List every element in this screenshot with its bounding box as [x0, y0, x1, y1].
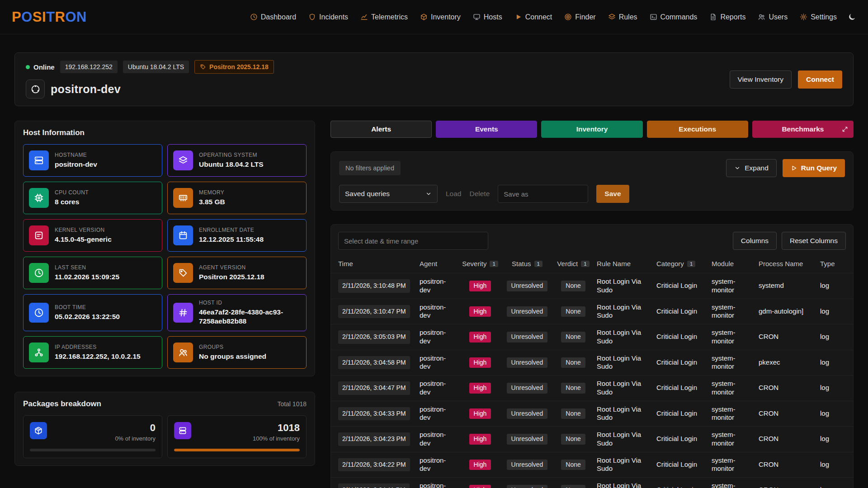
cell-agent: positron-dev	[420, 456, 456, 474]
host-info-value: Positron 2025.12.18	[199, 272, 264, 282]
host-info-item: IP ADDRESSES 192.168.122.252, 10.0.2.15	[23, 336, 162, 369]
no-filters-chip: No filters applied	[339, 161, 401, 175]
logo-letter: N	[76, 9, 87, 25]
tab[interactable]: Executions	[647, 121, 748, 138]
tab[interactable]: Events	[436, 121, 537, 138]
theme-toggle-moon-icon[interactable]	[848, 13, 856, 21]
connect-button[interactable]: Connect	[798, 70, 842, 89]
column-header[interactable]: Verdict 1	[554, 260, 592, 267]
alert-row[interactable]: 2/11/2026, 3:04:23 PM positron-dev High …	[331, 426, 853, 452]
host-info-value: 12.12.2025 11:55:48	[199, 235, 264, 244]
verdict-badge: None	[561, 434, 585, 445]
host-info-label: BOOT TIME	[55, 304, 120, 310]
cell-time: 2/11/2026, 3:04:22 PM	[338, 458, 415, 472]
package-count: 0	[115, 422, 156, 434]
nav-item-icon	[608, 13, 616, 21]
alert-row[interactable]: 2/11/2026, 3:04:11 PM positron-dev High …	[331, 477, 853, 488]
nav-item[interactable]: Commands	[650, 13, 698, 21]
alert-row[interactable]: 2/11/2026, 3:04:47 PM positron-dev High …	[331, 375, 853, 401]
severity-badge: High	[469, 357, 491, 368]
column-header[interactable]: Category 1	[656, 260, 707, 267]
column-header[interactable]: Process Name	[759, 260, 816, 267]
host-info-grid: HOSTNAME positron-dev OPERATING SYSTEM U…	[23, 144, 307, 369]
nav-item[interactable]: Users	[758, 13, 788, 21]
cell-verdict: None	[554, 281, 592, 291]
verdict-badge: None	[561, 306, 585, 317]
cell-category: Criticial Login	[656, 333, 707, 341]
logo-letter: R	[55, 9, 66, 25]
columns-button[interactable]: Columns	[733, 232, 777, 250]
expand-button[interactable]: Expand	[726, 159, 777, 177]
column-header[interactable]: Rule Name	[597, 260, 652, 267]
host-info-icon	[29, 188, 49, 208]
reset-columns-button[interactable]: Reset Columns	[782, 232, 846, 250]
nav-item-icon	[758, 13, 765, 21]
package-icon	[30, 422, 47, 439]
nav-item[interactable]: Reports	[709, 13, 745, 21]
alert-row[interactable]: 2/11/2026, 3:04:22 PM positron-dev High …	[331, 452, 853, 478]
tab[interactable]: Inventory	[541, 121, 642, 138]
column-header[interactable]: Module	[712, 260, 754, 267]
nav-item-label: Telemetrics	[371, 13, 408, 21]
nav-item[interactable]: Telemetrics	[360, 13, 408, 21]
column-header[interactable]: Agent	[420, 260, 456, 267]
cell-rule-name: Root Login Via Sudo	[597, 277, 652, 295]
time-chip: 2/11/2026, 3:04:23 PM	[338, 432, 410, 446]
time-chip: 2/11/2026, 3:04:47 PM	[338, 381, 410, 395]
nav-item-label: Inventory	[431, 13, 461, 21]
nav-item[interactable]: Incidents	[308, 13, 348, 21]
host-info-text: GROUPS No groups assigned	[199, 344, 266, 361]
cell-status: Unresolved	[505, 281, 550, 291]
view-inventory-button[interactable]: View Inventory	[730, 70, 792, 89]
column-header[interactable]: Time	[338, 260, 415, 267]
date-range-input[interactable]	[338, 232, 488, 250]
play-icon	[791, 165, 797, 171]
save-as-input[interactable]	[498, 185, 588, 203]
column-header-label: Category	[656, 260, 684, 267]
alert-row[interactable]: 2/11/2026, 3:04:33 PM positron-dev High …	[331, 401, 853, 427]
run-query-button[interactable]: Run Query	[783, 159, 845, 177]
save-button[interactable]: Save	[596, 185, 629, 203]
package-percent: 100% of inventory	[253, 435, 300, 442]
host-info-value: Ubuntu 18.04.2 LTS	[199, 160, 264, 169]
cell-type: log	[820, 460, 843, 469]
cell-verdict: None	[554, 460, 592, 470]
column-header[interactable]: Severity 1	[460, 260, 500, 267]
host-information-title: Host Information	[23, 128, 307, 137]
nav-items: Dashboard Incidents Telemetrics Inventor…	[250, 13, 837, 21]
nav-item[interactable]: Hosts	[473, 13, 502, 21]
alert-row[interactable]: 2/11/2026, 3:04:58 PM positron-dev High …	[331, 350, 853, 375]
tab[interactable]: Benchmarks	[752, 121, 854, 138]
cell-status: Unresolved	[505, 434, 550, 445]
nav-item[interactable]: Connect	[514, 13, 552, 21]
cell-rule-name: Root Login Via Sudo	[597, 303, 652, 320]
cell-category: Criticial Login	[656, 282, 707, 290]
column-header[interactable]: Status 1	[505, 260, 550, 267]
nav-item[interactable]: Finder	[564, 13, 595, 21]
saved-queries-select[interactable]: Saved queries	[339, 185, 438, 203]
nav-item[interactable]: Settings	[800, 13, 837, 21]
cell-category: Criticial Login	[656, 307, 707, 316]
nav-item[interactable]: Rules	[608, 13, 637, 21]
alert-row[interactable]: 2/11/2026, 3:10:47 PM positron-dev High …	[331, 299, 853, 324]
filters-row: No filters applied Expand Run Query	[339, 159, 845, 177]
host-info-item: CPU COUNT 8 cores	[23, 182, 162, 214]
logo[interactable]: POSITRON	[12, 9, 87, 25]
nav-item[interactable]: Inventory	[420, 13, 461, 21]
hostname-title: positron-dev	[51, 83, 121, 96]
tab[interactable]: Alerts	[330, 121, 432, 138]
cell-status: Unresolved	[505, 383, 550, 394]
alert-row[interactable]: 2/11/2026, 3:05:03 PM positron-dev High …	[331, 324, 853, 350]
load-button[interactable]: Load	[446, 190, 461, 198]
delete-button[interactable]: Delete	[469, 190, 490, 198]
cell-verdict: None	[554, 485, 592, 488]
host-info-value: positron-dev	[55, 160, 97, 169]
column-header[interactable]: Type	[820, 260, 843, 267]
table-controls: Columns Reset Columns	[331, 232, 853, 257]
nav-item[interactable]: Dashboard	[250, 13, 296, 21]
expand-button-label: Expand	[745, 164, 769, 172]
host-info-value: 11.02.2026 15:09:25	[55, 272, 119, 282]
packages-title: Packages breakdown	[23, 399, 101, 408]
alert-row[interactable]: 2/11/2026, 3:10:48 PM positron-dev High …	[331, 273, 853, 299]
time-chip: 2/11/2026, 3:05:03 PM	[338, 330, 410, 344]
